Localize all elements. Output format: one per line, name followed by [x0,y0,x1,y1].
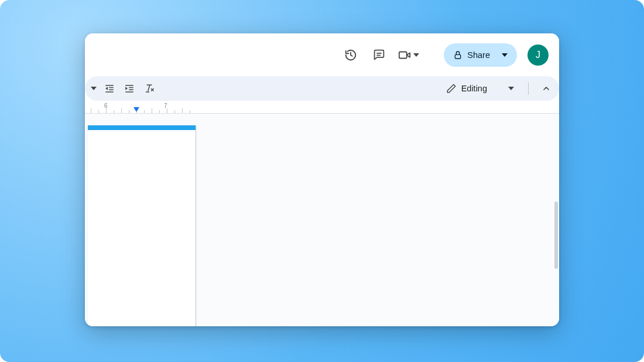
meet-button[interactable] [398,49,419,62]
svg-rect-5 [455,54,461,59]
avatar-initial: J [536,50,540,60]
desktop-wallpaper: Share J [0,0,644,362]
clear-format-icon [144,83,155,94]
text-selection [88,125,196,130]
svg-rect-13 [125,85,133,86]
account-avatar[interactable]: J [527,45,549,66]
svg-marker-17 [125,87,128,90]
chevron-down-icon [413,52,419,58]
collapse-toolbar-button[interactable] [539,81,553,95]
history-icon [344,49,357,62]
svg-rect-9 [109,87,114,88]
share-dropdown-button[interactable] [496,46,513,64]
svg-rect-8 [105,85,114,86]
app-window: Share J [85,33,559,326]
svg-rect-14 [129,87,133,88]
document-canvas[interactable] [85,114,559,326]
title-bar: Share J [85,33,559,76]
chevron-down-icon [508,86,514,91]
ruler-number: 6 [104,103,108,109]
toolbar: Editing [85,76,559,101]
indent-increase-icon [124,83,135,94]
toolbar-left-group [88,81,156,95]
svg-marker-21 [508,87,514,90]
comment-icon [373,49,385,61]
svg-rect-16 [125,91,133,93]
svg-rect-15 [129,90,133,91]
vertical-scrollbar-thumb[interactable] [554,202,558,269]
share-button[interactable]: Share [444,43,517,67]
indent-decrease-icon [104,83,115,94]
mode-label: Editing [461,84,487,93]
ruler-scale: 6 7 [85,101,559,113]
svg-marker-12 [105,87,108,90]
chevron-down-icon [502,52,508,58]
editing-mode-button[interactable]: Editing [443,80,518,97]
toolbar-separator [528,82,529,95]
decrease-indent-button[interactable] [102,81,117,95]
svg-marker-4 [413,53,419,57]
clear-formatting-button[interactable] [142,81,156,95]
document-page[interactable] [88,125,196,326]
ruler-number: 7 [164,103,167,109]
video-icon [398,49,411,62]
lock-icon [453,50,463,60]
chevron-up-icon [542,84,551,93]
pencil-icon [446,83,457,94]
svg-marker-6 [502,53,508,57]
last-edit-button[interactable] [342,46,359,64]
svg-rect-2 [399,52,407,58]
svg-rect-11 [105,91,114,93]
svg-marker-7 [91,87,97,90]
share-label: Share [467,50,490,60]
comments-button[interactable] [370,46,388,64]
increase-indent-button[interactable] [122,81,136,95]
indent-marker[interactable] [133,107,139,112]
svg-rect-10 [109,90,114,91]
chevron-down-icon[interactable] [91,86,97,91]
toolbar-right-group: Editing [443,80,553,97]
horizontal-ruler[interactable]: 6 7 [85,101,559,114]
